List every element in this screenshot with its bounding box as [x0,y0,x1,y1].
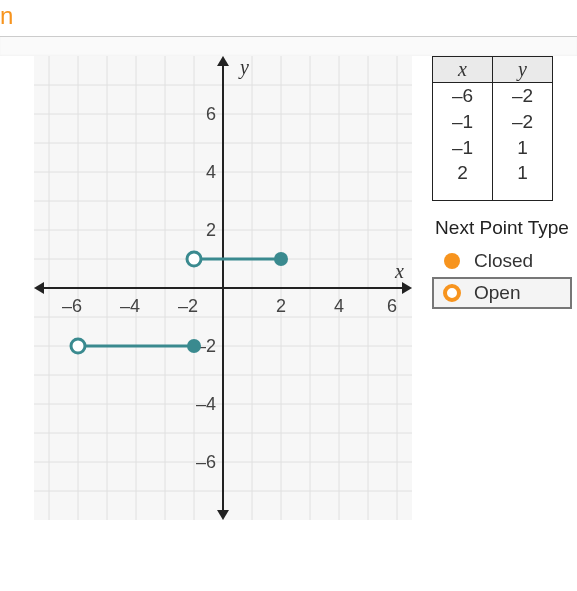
point-type-open[interactable]: Open [432,277,572,309]
closed-label: Closed [474,250,533,272]
svg-point-49 [444,253,460,269]
svg-text:2: 2 [206,220,216,240]
svg-text:6: 6 [387,296,397,316]
table-row: –1 –2 [433,109,553,135]
x-axis-label: x [394,260,404,282]
coordinate-graph[interactable]: x y –6 –4 –2 2 4 6 6 4 2 –2 –4 –6 [34,56,412,520]
table-row: –1 1 [433,135,553,161]
svg-text:–6: –6 [196,452,216,472]
next-point-type-label: Next Point Type [432,217,572,239]
open-point-icon[interactable] [187,252,201,266]
table-row: 2 1 [433,161,553,201]
open-dot-icon [442,283,462,303]
data-table: x y –6 –2 –1 –2 –1 1 2 1 [432,56,553,201]
svg-text:6: 6 [206,104,216,124]
col-x-header: x [433,57,493,83]
table-row: –6 –2 [433,83,553,109]
open-label: Open [474,282,520,304]
svg-text:–4: –4 [196,394,216,414]
open-point-icon[interactable] [71,339,85,353]
page-title-fragment: n [0,0,577,36]
svg-text:–4: –4 [120,296,140,316]
svg-text:4: 4 [334,296,344,316]
svg-text:2: 2 [276,296,286,316]
svg-text:4: 4 [206,162,216,182]
svg-text:–2: –2 [178,296,198,316]
point-type-closed[interactable]: Closed [432,245,572,277]
point-type-options: Closed Open [432,245,572,309]
header-divider [0,36,577,56]
content-row: x y –6 –4 –2 2 4 6 6 4 2 –2 –4 –6 [0,56,577,520]
graph-svg: x y –6 –4 –2 2 4 6 6 4 2 –2 –4 –6 [34,56,412,520]
title-frag-text: n [0,2,13,29]
table-header-row: x y [433,57,553,83]
closed-point-icon[interactable] [187,339,201,353]
svg-text:–6: –6 [62,296,82,316]
col-y-header: y [493,57,553,83]
closed-dot-icon [442,251,462,271]
y-axis-label: y [238,56,249,79]
side-panel: x y –6 –2 –1 –2 –1 1 2 1 Next Point Type [432,56,572,520]
svg-point-50 [445,286,459,300]
closed-point-icon[interactable] [274,252,288,266]
